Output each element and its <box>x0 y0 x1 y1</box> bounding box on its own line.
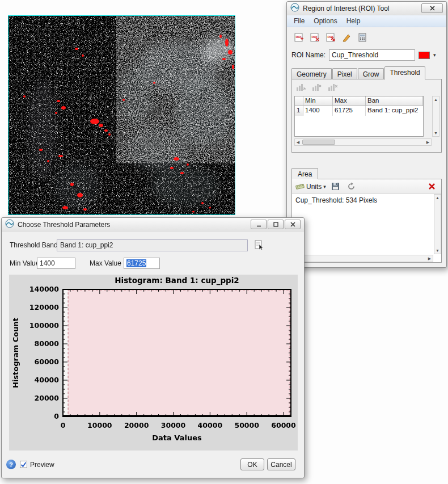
threshold-delete-button[interactable] <box>326 81 339 94</box>
preview-label: Preview <box>30 461 54 469</box>
area-vertical-scrollbar[interactable]: ▲ ▼ <box>434 194 441 254</box>
close-button[interactable] <box>285 220 301 229</box>
desktop: Region of Interest (ROI) Tool File Optio… <box>0 0 448 484</box>
svg-text:10000: 10000 <box>87 421 112 430</box>
selected-text: 61725 <box>126 259 146 267</box>
svg-text:100000: 100000 <box>29 321 59 330</box>
area-list[interactable]: Cup_Threshold: 534 Pixels <box>292 194 433 254</box>
scroll-down-icon[interactable]: ▼ <box>433 130 439 136</box>
header-max[interactable]: Max <box>333 96 366 106</box>
cancel-button[interactable]: Cancel <box>267 458 295 470</box>
save-button[interactable] <box>329 180 342 193</box>
delete-record-button[interactable] <box>425 180 438 193</box>
roi-menubar: File Options Help <box>287 15 446 27</box>
menu-options[interactable]: Options <box>309 16 341 26</box>
scroll-up-icon[interactable]: ▲ <box>434 195 441 201</box>
satellite-image[interactable] <box>9 16 235 214</box>
threshold-tab-panel: Min Max Ban 1 1400 61725 Band 1: cup_ppi… <box>291 79 442 153</box>
ok-button[interactable]: OK <box>240 458 264 470</box>
svg-text:40000: 40000 <box>35 376 60 384</box>
area-entry[interactable]: Cup_Threshold: 534 Pixels <box>292 194 433 207</box>
roi-close-button[interactable] <box>421 3 443 13</box>
refresh-stats-button[interactable] <box>345 180 358 193</box>
table-vertical-scrollbar[interactable]: ▲ ▼ <box>432 96 439 137</box>
svg-text:ROI: ROI <box>296 35 302 39</box>
tab-pixel[interactable]: Pixel <box>332 68 357 79</box>
threshold-table[interactable]: Min Max Ban 1 1400 61725 Band 1: cup_ppi… <box>294 96 424 137</box>
roi-color-swatch[interactable] <box>419 52 430 59</box>
area-horizontal-scrollbar[interactable]: ◀ ▶ <box>292 255 433 262</box>
band-calculator-button[interactable] <box>356 31 369 44</box>
tab-grow[interactable]: Grow <box>358 68 384 79</box>
svg-text:50000: 50000 <box>234 421 259 430</box>
new-roi-button[interactable]: ROI <box>293 31 305 44</box>
max-value-label: Max Value <box>90 259 121 267</box>
header-band[interactable]: Ban <box>366 96 423 106</box>
histogram-chart[interactable]: 0100002000030000400005000060000020000400… <box>9 275 298 451</box>
table-row[interactable]: 1 1400 61725 Band 1: cup_ppi2 <box>295 106 423 116</box>
tab-area[interactable]: Area <box>291 168 318 179</box>
table-horizontal-scrollbar[interactable]: ◀ ▶ <box>294 138 432 146</box>
minmax-row: Min Value 1400 Max Value 61725 <box>2 258 304 271</box>
scroll-down-icon[interactable]: ▼ <box>434 247 441 254</box>
scroll-left-icon[interactable]: ◀ <box>295 139 301 145</box>
tab-geometry[interactable]: Geometry <box>291 68 332 79</box>
units-caret-icon: ▾ <box>323 184 326 190</box>
scroll-up-icon[interactable]: ▲ <box>433 96 439 103</box>
cell-min[interactable]: 1400 <box>303 106 333 116</box>
scroll-right-icon[interactable]: ▶ <box>425 139 431 145</box>
delete-roi-button[interactable]: ROI <box>308 31 321 44</box>
area-toolbar: Units ▾ <box>292 179 441 194</box>
envi-app-icon <box>290 3 299 14</box>
roi-name-input[interactable]: Cup_Threshold <box>329 49 415 61</box>
roi-tool-window: Region of Interest (ROI) Tool File Optio… <box>286 1 447 268</box>
svg-text:0: 0 <box>54 412 59 420</box>
roi-titlebar[interactable]: Region of Interest (ROI) Tool <box>287 2 446 15</box>
svg-text:120000: 120000 <box>29 303 59 312</box>
help-icon[interactable]: ? <box>6 460 16 469</box>
svg-text:ROI: ROI <box>312 35 318 39</box>
dialog-title: Choose Threshold Parameters <box>18 221 110 229</box>
cell-band[interactable]: Band 1: cup_ppi2 <box>366 106 423 116</box>
threshold-band-field[interactable]: Band 1: cup_ppi2 <box>57 239 248 251</box>
minimize-button[interactable] <box>251 220 267 229</box>
pixel-edit-button[interactable] <box>340 31 353 44</box>
svg-text:20000: 20000 <box>124 421 149 430</box>
roi-tabs: Geometry Pixel Grow Threshold <box>291 68 426 79</box>
header-min[interactable]: Min <box>303 96 333 106</box>
svg-text:Histogram: Band 1: cup_ppi2: Histogram: Band 1: cup_ppi2 <box>115 276 239 285</box>
threshold-band-label: Threshold Band <box>10 241 58 249</box>
roi-toolbar: ROI ROI ROI <box>287 30 374 45</box>
threshold-edit-button[interactable] <box>310 81 323 94</box>
threshold-dialog: Choose Threshold Parameters Threshold Ba… <box>1 217 305 478</box>
units-label: Units <box>306 183 322 191</box>
scroll-right-icon[interactable]: ▶ <box>426 255 433 262</box>
cell-rownum: 1 <box>295 106 303 116</box>
max-value-input[interactable]: 61725 <box>124 258 160 269</box>
scrollbar-thumb[interactable] <box>302 140 335 145</box>
maximize-button[interactable] <box>268 220 284 229</box>
histogram-panel: 0100002000030000400005000060000020000400… <box>9 275 298 451</box>
band-row: Threshold Band Band 1: cup_ppi2 <box>2 239 304 253</box>
svg-text:Data Values: Data Values <box>152 434 202 442</box>
image-viewer[interactable] <box>8 15 235 215</box>
header-rownum <box>295 96 303 106</box>
preview-checkbox[interactable] <box>20 461 27 468</box>
menu-help[interactable]: Help <box>342 16 365 26</box>
dialog-titlebar[interactable]: Choose Threshold Parameters <box>2 218 304 232</box>
menu-file[interactable]: File <box>289 16 309 26</box>
delete-all-rois-button[interactable]: ROI <box>324 31 337 44</box>
svg-text:30000: 30000 <box>161 421 186 430</box>
threshold-add-button[interactable] <box>294 81 307 94</box>
min-value-input[interactable]: 1400 <box>37 258 75 269</box>
svg-text:20000: 20000 <box>35 394 60 402</box>
roi-name-row: ROI Name: Cup_Threshold ▾ <box>287 48 446 62</box>
roi-color-dropdown-icon[interactable]: ▾ <box>433 52 436 58</box>
dialog-bottom-row: ? Preview OK Cancel <box>2 458 304 472</box>
svg-text:60000: 60000 <box>271 421 296 430</box>
tab-threshold[interactable]: Threshold <box>384 66 425 79</box>
threshold-table-header: Min Max Ban <box>295 96 423 106</box>
band-picker-button[interactable] <box>252 238 266 252</box>
units-dropdown[interactable]: Units ▾ <box>295 183 326 191</box>
cell-max[interactable]: 61725 <box>333 106 366 116</box>
